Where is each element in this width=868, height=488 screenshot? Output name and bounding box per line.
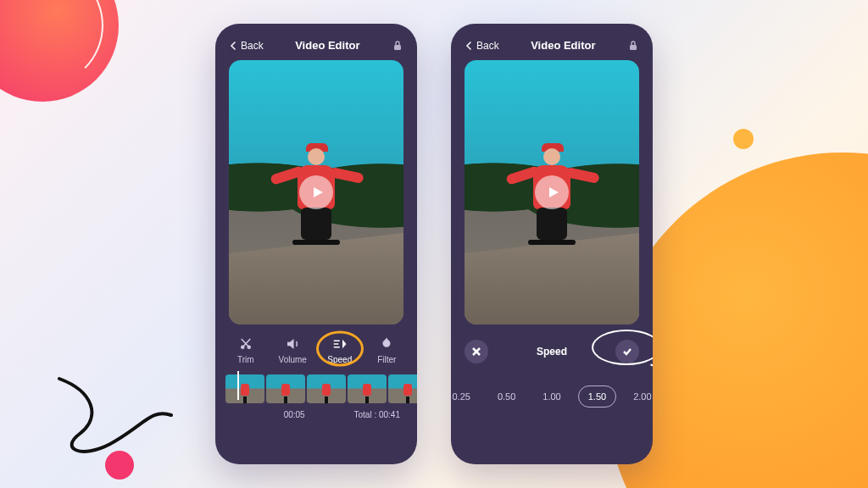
speed-panel-title: Speed <box>537 346 567 358</box>
phone-editor-tools: Back Video Editor Trim Vo <box>215 24 417 464</box>
tool-toolbar: Trim Volume Speed Filter <box>215 324 417 369</box>
play-button[interactable] <box>535 175 569 209</box>
speed-chip-0-25[interactable]: 0.25 <box>451 385 481 408</box>
speed-chip-2-00[interactable]: 2.00 <box>623 385 653 408</box>
back-label: Back <box>241 40 264 52</box>
speed-chip-0-50[interactable]: 0.50 <box>487 385 526 408</box>
timeline-thumb[interactable] <box>225 374 264 403</box>
timeline-playhead[interactable] <box>237 371 239 400</box>
back-button[interactable]: Back <box>229 40 264 52</box>
phone-speed-panel: Back Video Editor Speed <box>451 24 653 464</box>
lock-icon[interactable] <box>627 40 639 52</box>
speed-panel-header: Speed <box>451 324 653 369</box>
tool-trim[interactable]: Trim <box>225 336 267 364</box>
tool-speed-label: Speed <box>327 355 352 364</box>
tool-filter-label: Filter <box>377 355 396 364</box>
back-label: Back <box>476 40 499 52</box>
speed-chip-1-50[interactable]: 1.50 <box>578 385 616 408</box>
video-preview[interactable] <box>229 60 403 324</box>
speed-chip-1-00[interactable]: 1.00 <box>532 385 570 408</box>
tool-volume-label: Volume <box>279 355 307 364</box>
timeline-thumb[interactable] <box>348 374 387 403</box>
lock-icon[interactable] <box>392 40 403 52</box>
timeline-strip[interactable] <box>215 369 417 405</box>
app-title: Video Editor <box>531 39 595 52</box>
close-button[interactable] <box>465 340 488 363</box>
timeline-thumb[interactable] <box>266 374 305 403</box>
tool-speed[interactable]: Speed <box>319 336 361 364</box>
app-title: Video Editor <box>295 39 359 52</box>
svg-rect-3 <box>630 45 637 50</box>
play-button[interactable] <box>299 175 333 209</box>
confirm-button[interactable] <box>615 340 639 363</box>
speed-options: 0.25 0.50 1.00 1.50 2.00 <box>451 369 653 423</box>
total-time: Total : 00:41 <box>354 410 400 419</box>
tool-volume[interactable]: Volume <box>271 336 314 364</box>
tool-filter[interactable]: Filter <box>365 336 408 364</box>
app-header: Back Video Editor <box>451 24 653 60</box>
timeline-thumb[interactable] <box>388 374 417 403</box>
current-time: 00:05 <box>284 410 305 419</box>
back-button[interactable]: Back <box>465 40 499 52</box>
app-header: Back Video Editor <box>215 24 417 60</box>
svg-rect-0 <box>394 45 401 50</box>
video-preview[interactable] <box>465 60 639 324</box>
timeline-thumb[interactable] <box>307 374 346 403</box>
tool-trim-label: Trim <box>237 355 254 364</box>
timeline-time-row: . 00:05 Total : 00:41 <box>215 405 417 430</box>
